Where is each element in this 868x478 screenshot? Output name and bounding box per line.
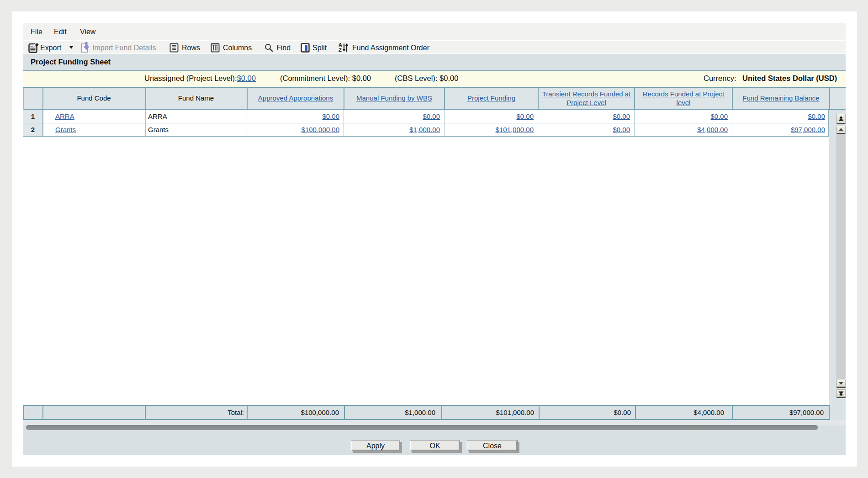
svg-text:Z: Z xyxy=(339,47,342,53)
